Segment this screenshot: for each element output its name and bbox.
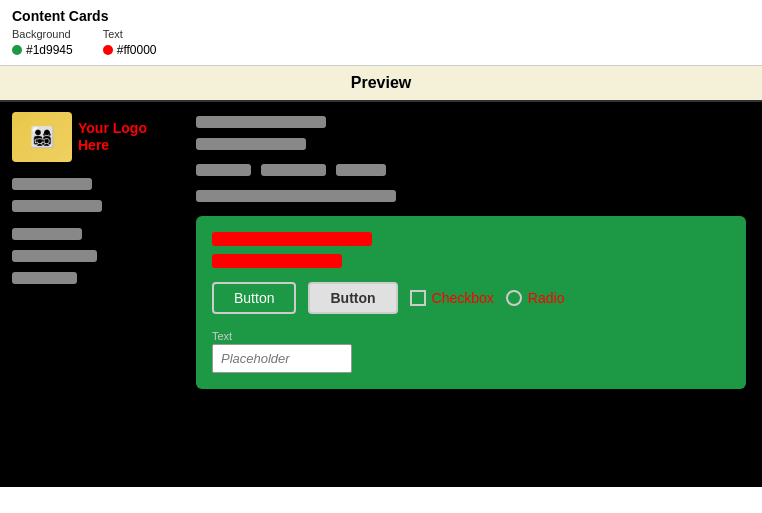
radio-area[interactable]: Radio xyxy=(506,290,565,306)
main-content: Button Button Checkbox Radio Text xyxy=(180,102,762,487)
content-bar-2 xyxy=(196,138,306,150)
nav-bar-2 xyxy=(261,164,326,176)
input-label: Text xyxy=(212,330,730,342)
card-red-bar-2 xyxy=(212,254,342,268)
content-bar-1 xyxy=(196,116,326,128)
button-outline[interactable]: Button xyxy=(212,282,296,314)
sidebar-bar-4 xyxy=(12,250,97,262)
logo-icon-image: 👨‍👩‍👧‍👦 xyxy=(30,125,55,149)
preview-label: Preview xyxy=(351,74,411,91)
bg-color-row: #1d9945 xyxy=(12,43,73,57)
sidebar-bar-2 xyxy=(12,200,102,212)
content-card: Button Button Checkbox Radio Text xyxy=(196,216,746,389)
bg-label: Background xyxy=(12,28,73,40)
section-title: Content Cards xyxy=(12,8,157,24)
checkbox-box[interactable] xyxy=(410,290,426,306)
card-buttons-row: Button Button Checkbox Radio xyxy=(212,282,730,314)
long-bar xyxy=(196,190,396,202)
sidebar-bar-1 xyxy=(12,178,92,190)
bg-dot xyxy=(12,45,22,55)
text-color-row: #ff0000 xyxy=(103,43,157,57)
input-group: Text xyxy=(212,330,730,373)
card-red-bar-1 xyxy=(212,232,372,246)
color-row: Background #1d9945 Text #ff0000 xyxy=(12,28,157,57)
checkbox-area[interactable]: Checkbox xyxy=(410,290,494,306)
radio-label: Radio xyxy=(528,290,565,306)
sidebar-bar-5 xyxy=(12,272,77,284)
logo-area: 👨‍👩‍👧‍👦 Your Logo Here xyxy=(12,112,168,162)
logo-icon: 👨‍👩‍👧‍👦 xyxy=(12,112,72,162)
radio-circle[interactable] xyxy=(506,290,522,306)
bg-color-value: #1d9945 xyxy=(26,43,73,57)
button-filled[interactable]: Button xyxy=(308,282,397,314)
nav-bar-3 xyxy=(336,164,386,176)
preview-area: 👨‍👩‍👧‍👦 Your Logo Here Button Button xyxy=(0,102,762,487)
preview-header: Preview xyxy=(0,66,762,102)
nav-bar-1 xyxy=(196,164,251,176)
nav-bars xyxy=(196,164,746,176)
sidebar: 👨‍👩‍👧‍👦 Your Logo Here xyxy=(0,102,180,487)
background-color-item: Background #1d9945 xyxy=(12,28,73,57)
sidebar-bar-3 xyxy=(12,228,82,240)
text-input[interactable] xyxy=(212,344,352,373)
text-color-value: #ff0000 xyxy=(117,43,157,57)
text-color-item: Text #ff0000 xyxy=(103,28,157,57)
content-cards-section: Content Cards Background #1d9945 Text #f… xyxy=(12,8,157,57)
text-label: Text xyxy=(103,28,157,40)
text-dot xyxy=(103,45,113,55)
checkbox-label: Checkbox xyxy=(432,290,494,306)
logo-text: Your Logo Here xyxy=(78,120,168,154)
top-panel: Content Cards Background #1d9945 Text #f… xyxy=(0,0,762,66)
